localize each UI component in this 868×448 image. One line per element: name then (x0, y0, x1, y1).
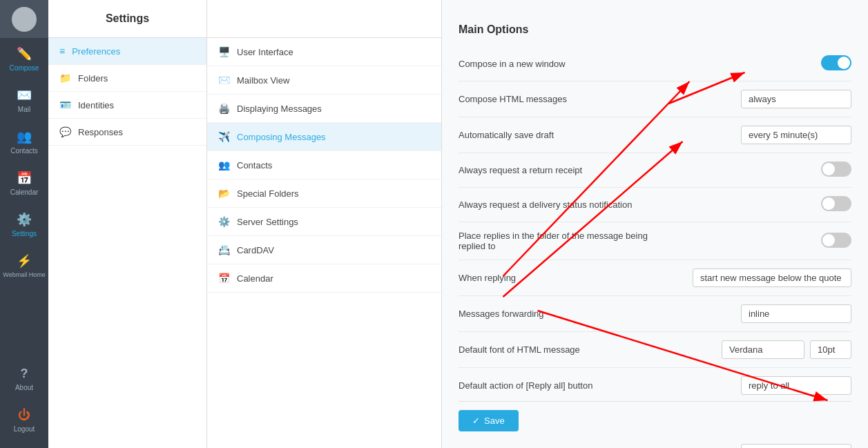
main-section-title: Main Options (459, 21, 851, 36)
preferences-label: Preferences (72, 46, 120, 57)
toggle-switch-replies-folder[interactable] (821, 233, 851, 248)
reply-all-select[interactable]: reply to all (741, 376, 851, 395)
option-forwarding: Messages forwarding inline (459, 296, 851, 332)
select-auto-signature[interactable]: always (741, 444, 851, 448)
contacts-icon: 👥 (17, 129, 32, 144)
sidebar-item-about[interactable]: ? About (0, 358, 48, 400)
sidebar-item-calendar[interactable]: 📅 Calendar (0, 162, 48, 204)
auto-save-select[interactable]: every 5 minute(s) (741, 126, 851, 144)
subnav-panel: 🖥️ User Interface ✉️ Mailbox View 🖨️ Dis… (207, 0, 442, 448)
select-forwarding[interactable]: inline (741, 304, 851, 323)
font-size-select[interactable]: 10pt (810, 340, 851, 359)
subnav-user-interface[interactable]: 🖥️ User Interface (207, 38, 441, 66)
toggle-return-receipt[interactable] (821, 162, 851, 179)
subnav-server-settings[interactable]: ⚙️ Server Settings (207, 208, 441, 236)
toggle-delivery-status[interactable] (821, 196, 851, 213)
toggle-switch-return-receipt[interactable] (821, 162, 851, 177)
auto-signature-select[interactable]: always (741, 444, 851, 448)
responses-label: Responses (78, 127, 123, 137)
option-replies-folder: Place replies in the folder of the messa… (459, 222, 851, 260)
subnav-carddav[interactable]: 📇 CardDAV (207, 236, 441, 264)
option-when-replying-label: When replying (459, 273, 666, 283)
settings-nav-preferences[interactable]: ≡ Preferences (48, 38, 206, 65)
preferences-icon: ≡ (59, 46, 65, 57)
subnav-calendar[interactable]: 📅 Calendar (207, 264, 441, 293)
subnav-special-folders[interactable]: 📂 Special Folders (207, 179, 441, 208)
when-replying-select[interactable]: start new message below the quote (693, 269, 851, 287)
display-icon: 🖨️ (218, 103, 230, 114)
select-auto-save[interactable]: every 5 minute(s) (741, 126, 851, 144)
option-replies-folder-label: Place replies in the folder of the messa… (459, 231, 666, 251)
avatar (12, 7, 37, 32)
sidebar-item-webmail-label: Webmail Home (3, 271, 45, 278)
toggle-compose-new-window[interactable] (821, 55, 851, 72)
option-auto-save: Automatically save draft every 5 minute(… (459, 117, 851, 153)
select-when-replying[interactable]: start new message below the quote (693, 269, 851, 287)
settings-header: Settings (48, 0, 206, 38)
subnav-contacts[interactable]: 👥 Contacts (207, 151, 441, 179)
subnav-carddav-label: CardDAV (237, 245, 274, 255)
subnav-displaying-messages[interactable]: 🖨️ Displaying Messages (207, 95, 441, 123)
subnav-mailbox-label: Mailbox View (237, 75, 289, 86)
mail-icon: ✉️ (17, 88, 32, 103)
option-return-receipt-label: Always request a return receipt (459, 165, 666, 175)
subnav-mailbox-view[interactable]: ✉️ Mailbox View (207, 66, 441, 95)
sidebar-item-contacts[interactable]: 👥 Contacts (0, 121, 48, 162)
settings-icon: ⚙️ (17, 212, 32, 227)
sidebar-item-mail[interactable]: ✉️ Mail (0, 79, 48, 121)
select-reply-all[interactable]: reply to all (741, 376, 851, 395)
settings-nav-responses[interactable]: 💬 Responses (48, 119, 206, 146)
logout-icon: ⏻ (18, 408, 30, 422)
subnav-header (207, 0, 441, 38)
toggle-replies-folder[interactable] (821, 233, 851, 250)
ui-icon: 🖥️ (218, 46, 230, 57)
compose-html-select[interactable]: always (741, 90, 851, 108)
font-family-select[interactable]: Verdana (722, 340, 804, 359)
sidebar-item-compose[interactable]: ✏️ Compose (0, 38, 48, 79)
sidebar-item-settings[interactable]: ⚙️ Settings (0, 204, 48, 245)
option-return-receipt: Always request a return receipt (459, 153, 851, 188)
subnav-server-settings-label: Server Settings (237, 217, 298, 227)
subnav-contacts-label: Contacts (237, 160, 272, 171)
sidebar-item-compose-label: Compose (10, 64, 39, 72)
sidebar-item-logout-label: Logout (14, 425, 35, 433)
mailbox-icon: ✉️ (218, 75, 230, 86)
sidebar-item-calendar-label: Calendar (10, 188, 39, 196)
font-controls[interactable]: Verdana 10pt (722, 340, 851, 359)
sidebar-item-settings-label: Settings (12, 230, 37, 237)
carddav-icon: 📇 (218, 244, 230, 255)
subnav-composing-messages[interactable]: ✈️ Composing Messages (207, 123, 441, 151)
settings-nav-folders[interactable]: 📁 Folders (48, 65, 206, 92)
avatar-container (0, 0, 48, 38)
forwarding-select[interactable]: inline (741, 304, 851, 323)
subnav-displaying-label: Displaying Messages (237, 104, 322, 114)
select-compose-html[interactable]: always (741, 90, 851, 108)
option-auto-save-label: Automatically save draft (459, 130, 666, 140)
toggle-switch-delivery-status[interactable] (821, 196, 851, 211)
option-default-font: Default font of HTML message Verdana 10p… (459, 332, 851, 368)
option-delivery-status-label: Always request a delivery status notific… (459, 199, 666, 210)
option-auto-signature: Automatically add signature always (459, 436, 851, 448)
folders-label: Folders (78, 73, 108, 84)
toggle-switch-compose-new-window[interactable] (821, 55, 851, 70)
option-reply-all-label: Default action of [Reply all] button (459, 380, 666, 391)
settings-nav-identities[interactable]: 🪪 Identities (48, 92, 206, 119)
subnav-contacts-icon: 👥 (218, 159, 230, 171)
option-forwarding-label: Messages forwarding (459, 309, 666, 319)
identities-icon: 🪪 (59, 99, 71, 110)
subnav-composing-label: Composing Messages (237, 132, 326, 142)
subnav-calendar-icon: 📅 (218, 273, 230, 284)
option-reply-all-button: Default action of [Reply all] button rep… (459, 368, 851, 404)
sidebar-item-about-label: About (15, 384, 33, 391)
save-button[interactable]: ✓ Save (459, 410, 519, 431)
composing-icon: ✈️ (218, 131, 230, 142)
save-label: Save (484, 416, 505, 426)
option-compose-new-window: Compose in a new window (459, 47, 851, 81)
sidebar-item-webmail[interactable]: ⚡ Webmail Home (0, 245, 48, 286)
special-folders-icon: 📂 (218, 188, 230, 199)
sidebar-item-logout[interactable]: ⏻ Logout (0, 400, 48, 441)
option-delivery-status: Always request a delivery status notific… (459, 188, 851, 222)
about-icon: ? (21, 367, 28, 381)
option-when-replying: When replying start new message below th… (459, 260, 851, 296)
sidebar-bottom: ? About ⏻ Logout (0, 358, 48, 448)
